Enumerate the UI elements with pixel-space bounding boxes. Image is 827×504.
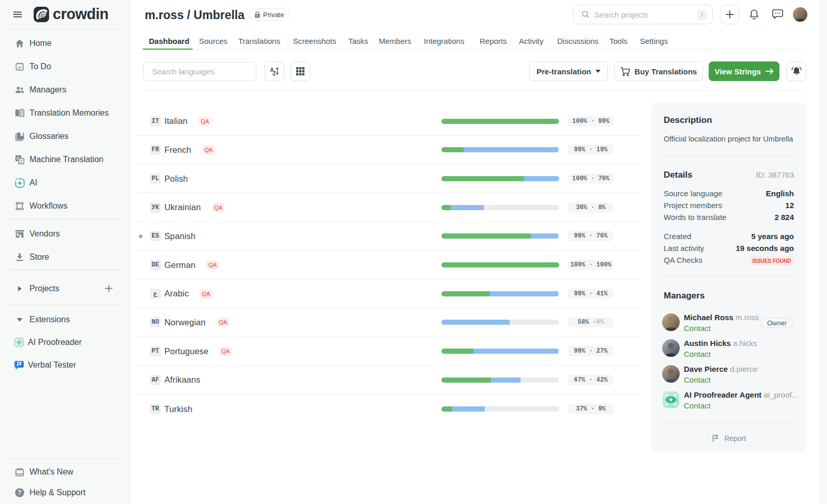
svg-text:Z: Z (273, 71, 276, 76)
svg-text:文: 文 (19, 159, 23, 164)
svg-text:?: ? (18, 489, 21, 496)
